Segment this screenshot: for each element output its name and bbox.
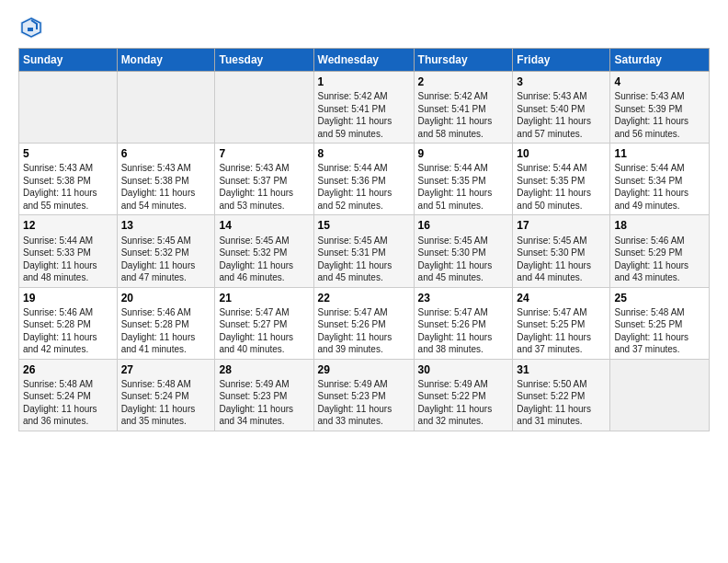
day-info: Sunrise: 5:43 AM Sunset: 5:39 PM Dayligh… (614, 90, 705, 140)
day-info: Sunrise: 5:43 AM Sunset: 5:40 PM Dayligh… (517, 90, 606, 140)
calendar-cell: 11Sunrise: 5:44 AM Sunset: 5:34 PM Dayli… (610, 144, 710, 215)
calendar-cell: 3Sunrise: 5:43 AM Sunset: 5:40 PM Daylig… (513, 72, 610, 144)
day-number: 25 (614, 291, 705, 305)
calendar-cell: 19Sunrise: 5:46 AM Sunset: 5:28 PM Dayli… (19, 287, 118, 359)
day-info: Sunrise: 5:45 AM Sunset: 5:30 PM Dayligh… (418, 235, 509, 284)
day-number: 11 (614, 146, 705, 161)
calendar-cell: 22Sunrise: 5:47 AM Sunset: 5:26 PM Dayli… (313, 287, 414, 359)
day-number: 8 (318, 146, 410, 161)
day-info: Sunrise: 5:44 AM Sunset: 5:36 PM Dayligh… (318, 162, 410, 212)
calendar-cell: 14Sunrise: 5:45 AM Sunset: 5:32 PM Dayli… (215, 215, 313, 287)
calendar-cell: 25Sunrise: 5:48 AM Sunset: 5:25 PM Dayli… (610, 287, 710, 359)
day-info: Sunrise: 5:50 AM Sunset: 5:22 PM Dayligh… (517, 378, 606, 428)
calendar-cell: 13Sunrise: 5:45 AM Sunset: 5:32 PM Dayli… (117, 215, 215, 287)
day-number: 31 (517, 362, 606, 377)
day-info: Sunrise: 5:42 AM Sunset: 5:41 PM Dayligh… (318, 90, 410, 140)
day-info: Sunrise: 5:46 AM Sunset: 5:28 PM Dayligh… (121, 306, 211, 356)
calendar-cell: 23Sunrise: 5:47 AM Sunset: 5:26 PM Dayli… (414, 287, 513, 359)
day-info: Sunrise: 5:48 AM Sunset: 5:24 PM Dayligh… (121, 378, 211, 428)
day-info: Sunrise: 5:43 AM Sunset: 5:38 PM Dayligh… (121, 162, 211, 212)
day-number: 18 (614, 218, 705, 233)
page: SundayMondayTuesdayWednesdayThursdayFrid… (0, 0, 728, 441)
calendar-cell: 4Sunrise: 5:43 AM Sunset: 5:39 PM Daylig… (610, 72, 710, 144)
day-number: 9 (418, 146, 509, 161)
day-number: 14 (219, 218, 309, 233)
day-number: 22 (318, 291, 410, 305)
day-number: 13 (121, 218, 211, 233)
calendar-cell: 16Sunrise: 5:45 AM Sunset: 5:30 PM Dayli… (414, 215, 513, 287)
day-info: Sunrise: 5:49 AM Sunset: 5:23 PM Dayligh… (318, 378, 410, 428)
calendar-cell: 31Sunrise: 5:50 AM Sunset: 5:22 PM Dayli… (513, 359, 610, 431)
day-number: 16 (418, 218, 509, 233)
calendar-cell: 26Sunrise: 5:48 AM Sunset: 5:24 PM Dayli… (19, 359, 118, 431)
weekday-header: Saturday (610, 49, 710, 72)
day-number: 6 (121, 146, 211, 161)
calendar-cell: 10Sunrise: 5:44 AM Sunset: 5:35 PM Dayli… (513, 144, 610, 215)
day-info: Sunrise: 5:48 AM Sunset: 5:25 PM Dayligh… (614, 306, 705, 356)
calendar-header: SundayMondayTuesdayWednesdayThursdayFrid… (19, 49, 710, 72)
day-number: 21 (219, 291, 309, 305)
weekday-header: Monday (117, 49, 215, 72)
calendar-cell: 21Sunrise: 5:47 AM Sunset: 5:27 PM Dayli… (215, 287, 313, 359)
day-number: 4 (614, 75, 705, 89)
calendar-week-row: 5Sunrise: 5:43 AM Sunset: 5:38 PM Daylig… (19, 144, 710, 215)
header (18, 15, 710, 40)
day-number: 12 (23, 218, 113, 233)
day-number: 24 (517, 291, 606, 305)
calendar-cell (215, 72, 313, 144)
logo (18, 15, 48, 40)
day-info: Sunrise: 5:44 AM Sunset: 5:35 PM Dayligh… (418, 162, 509, 212)
day-info: Sunrise: 5:48 AM Sunset: 5:24 PM Dayligh… (23, 378, 113, 428)
calendar-body: 1Sunrise: 5:42 AM Sunset: 5:41 PM Daylig… (19, 72, 710, 431)
day-info: Sunrise: 5:43 AM Sunset: 5:37 PM Dayligh… (219, 162, 309, 212)
day-info: Sunrise: 5:45 AM Sunset: 5:32 PM Dayligh… (121, 235, 211, 284)
calendar-cell: 24Sunrise: 5:47 AM Sunset: 5:25 PM Dayli… (513, 287, 610, 359)
day-info: Sunrise: 5:46 AM Sunset: 5:29 PM Dayligh… (614, 235, 705, 284)
day-number: 23 (418, 291, 509, 305)
day-number: 17 (517, 218, 606, 233)
calendar-cell: 5Sunrise: 5:43 AM Sunset: 5:38 PM Daylig… (19, 144, 118, 215)
day-number: 15 (318, 218, 410, 233)
day-info: Sunrise: 5:47 AM Sunset: 5:27 PM Dayligh… (219, 306, 309, 356)
day-info: Sunrise: 5:49 AM Sunset: 5:22 PM Dayligh… (418, 378, 509, 428)
weekday-header: Wednesday (313, 49, 414, 72)
calendar-table: SundayMondayTuesdayWednesdayThursdayFrid… (18, 48, 710, 431)
day-number: 3 (517, 75, 606, 89)
calendar-cell: 29Sunrise: 5:49 AM Sunset: 5:23 PM Dayli… (313, 359, 414, 431)
day-number: 19 (23, 291, 113, 305)
day-info: Sunrise: 5:42 AM Sunset: 5:41 PM Dayligh… (418, 90, 509, 140)
day-info: Sunrise: 5:49 AM Sunset: 5:23 PM Dayligh… (219, 378, 309, 428)
calendar-cell: 1Sunrise: 5:42 AM Sunset: 5:41 PM Daylig… (313, 72, 414, 144)
calendar-week-row: 12Sunrise: 5:44 AM Sunset: 5:33 PM Dayli… (19, 215, 710, 287)
day-number: 7 (219, 146, 309, 161)
day-info: Sunrise: 5:43 AM Sunset: 5:38 PM Dayligh… (23, 162, 113, 212)
day-number: 5 (23, 146, 113, 161)
weekday-header: Tuesday (215, 49, 313, 72)
day-number: 2 (418, 75, 509, 89)
day-number: 26 (23, 362, 113, 377)
day-number: 10 (517, 146, 606, 161)
day-info: Sunrise: 5:44 AM Sunset: 5:33 PM Dayligh… (23, 235, 113, 284)
day-info: Sunrise: 5:45 AM Sunset: 5:31 PM Dayligh… (318, 235, 410, 284)
calendar-week-row: 26Sunrise: 5:48 AM Sunset: 5:24 PM Dayli… (19, 359, 710, 431)
calendar-cell (117, 72, 215, 144)
weekday-header: Sunday (19, 49, 118, 72)
calendar-cell: 30Sunrise: 5:49 AM Sunset: 5:22 PM Dayli… (414, 359, 513, 431)
day-number: 1 (318, 75, 410, 89)
day-number: 20 (121, 291, 211, 305)
calendar-cell: 17Sunrise: 5:45 AM Sunset: 5:30 PM Dayli… (513, 215, 610, 287)
day-number: 27 (121, 362, 211, 377)
day-info: Sunrise: 5:45 AM Sunset: 5:32 PM Dayligh… (219, 235, 309, 284)
calendar-cell: 2Sunrise: 5:42 AM Sunset: 5:41 PM Daylig… (414, 72, 513, 144)
calendar-cell: 12Sunrise: 5:44 AM Sunset: 5:33 PM Dayli… (19, 215, 118, 287)
day-info: Sunrise: 5:44 AM Sunset: 5:35 PM Dayligh… (517, 162, 606, 212)
calendar-cell (19, 72, 118, 144)
day-info: Sunrise: 5:45 AM Sunset: 5:30 PM Dayligh… (517, 235, 606, 284)
calendar-cell: 8Sunrise: 5:44 AM Sunset: 5:36 PM Daylig… (313, 144, 414, 215)
calendar-week-row: 19Sunrise: 5:46 AM Sunset: 5:28 PM Dayli… (19, 287, 710, 359)
weekday-header: Friday (513, 49, 610, 72)
day-info: Sunrise: 5:46 AM Sunset: 5:28 PM Dayligh… (23, 306, 113, 356)
weekday-row: SundayMondayTuesdayWednesdayThursdayFrid… (19, 49, 710, 72)
calendar-cell: 15Sunrise: 5:45 AM Sunset: 5:31 PM Dayli… (313, 215, 414, 287)
day-info: Sunrise: 5:47 AM Sunset: 5:25 PM Dayligh… (517, 306, 606, 356)
